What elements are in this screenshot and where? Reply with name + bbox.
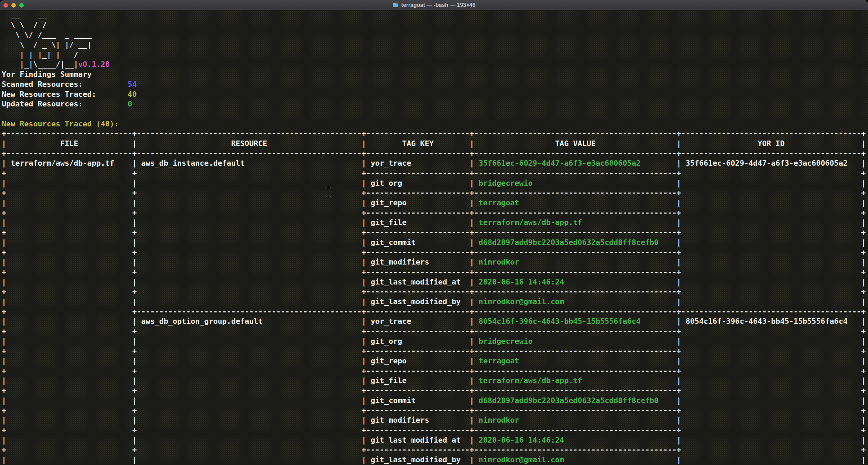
table-header-cell: TAG VALUE xyxy=(474,139,677,148)
table-border: | xyxy=(132,297,137,306)
table-border: | xyxy=(470,416,474,424)
table-border: | xyxy=(362,376,366,385)
table-divider: + + +-----------------------+-----------… xyxy=(2,327,866,335)
table-border: | xyxy=(2,198,6,207)
file-cell xyxy=(6,238,132,247)
table-border: | xyxy=(677,258,681,266)
table-border: | xyxy=(362,238,366,247)
table-divider: + + +-----------------------+-----------… xyxy=(2,287,866,296)
yor-id-cell: 35f661ec-6029-4d47-a6f3-e3ac600605a2 xyxy=(681,159,861,167)
table-border: | xyxy=(470,376,474,385)
tag-key-cell: git_modifiers xyxy=(366,416,470,424)
terminal-window: terragoat — -bash — 193×46 __ __ \ \ / /… xyxy=(0,0,868,465)
table-divider: + + +-----------------------+-----------… xyxy=(2,248,866,257)
table-border: | xyxy=(362,198,366,207)
terminal-line-36: + + +-----------------------+-----------… xyxy=(2,366,868,376)
terminal-output[interactable]: __ __ \ \ / / \ \/ /___ _ ____ \ / _ \| … xyxy=(0,10,868,465)
table-border: | xyxy=(861,297,866,306)
tag-key-cell: yor_trace xyxy=(366,317,470,326)
table-border: | xyxy=(861,278,866,286)
file-cell xyxy=(6,376,132,385)
close-button[interactable] xyxy=(3,3,8,8)
summary-label: Updated Resources: xyxy=(2,100,128,108)
table-border: | xyxy=(861,238,866,247)
resource-cell xyxy=(137,179,362,187)
window-title: terragoat — -bash — 193×46 xyxy=(392,2,476,8)
logo-text: \ \ / / xyxy=(2,21,47,29)
table-header-cell: TAG KEY xyxy=(366,139,470,148)
resource-cell xyxy=(137,278,362,286)
table-border: | xyxy=(132,455,137,464)
terminal-line-3: \ / _ \| |/ __| xyxy=(2,40,868,50)
table-border: | xyxy=(677,297,681,306)
table-divider: + + +-----------------------+-----------… xyxy=(2,445,866,454)
table-divider: + + +-----------------------+-----------… xyxy=(2,426,866,434)
table-border: | xyxy=(2,416,6,424)
terminal-line-38: + + +-----------------------+-----------… xyxy=(2,386,868,396)
file-cell xyxy=(6,396,132,405)
terminal-line-31: | | aws_db_option_group.default | yor_tr… xyxy=(2,317,868,327)
tag-value-cell: nimrodkor xyxy=(474,416,677,424)
yor-id-cell xyxy=(681,396,861,405)
tag-value-cell: d68d2897add9bc2203a5ed0632a5cdd8ff8cefb0 xyxy=(474,238,677,247)
file-cell xyxy=(6,258,132,266)
table-divider: + + +-----------------------+-----------… xyxy=(2,386,866,395)
table-border: | xyxy=(362,139,366,148)
terminal-line-43: | | | git_last_modified_at | 2020-06-16 … xyxy=(2,435,868,445)
tag-key-cell: git_file xyxy=(366,218,470,227)
terminal-line-26: + + +-----------------------+-----------… xyxy=(2,267,868,277)
file-cell xyxy=(6,416,132,424)
table-border: | xyxy=(132,179,137,187)
terminal-line-16: + + +-----------------------+-----------… xyxy=(2,168,868,178)
table-border: | xyxy=(362,218,366,227)
file-cell xyxy=(6,198,132,207)
table-border: | xyxy=(2,159,6,167)
titlebar[interactable]: terragoat — -bash — 193×46 xyxy=(0,0,868,10)
tag-key-cell: git_last_modified_at xyxy=(366,278,470,286)
terminal-line-24: + + +-----------------------+-----------… xyxy=(2,248,868,258)
table-border: | xyxy=(861,218,866,227)
table-border: | xyxy=(470,238,474,247)
table-border: | xyxy=(2,139,6,148)
table-divider: + + +-----------------------+-----------… xyxy=(2,169,866,177)
terminal-line-40: + + +-----------------------+-----------… xyxy=(2,406,868,416)
terminal-line-29: | | | git_last_modified_by | nimrodkor@g… xyxy=(2,297,868,307)
table-divider: + + +-----------------------+-----------… xyxy=(2,268,866,276)
table-border: | xyxy=(2,396,6,405)
terminal-line-35: | | | git_repo | terragoat | | xyxy=(2,356,868,366)
table-border: | xyxy=(132,337,137,345)
tag-key-cell: git_repo xyxy=(366,198,470,207)
table-border: | xyxy=(470,278,474,286)
logo-text: | | |_| | / xyxy=(2,50,78,59)
file-cell: terraform/aws/db-app.tf xyxy=(6,159,132,167)
zoom-button[interactable] xyxy=(19,3,24,8)
terminal-line-22: + + +-----------------------+-----------… xyxy=(2,228,868,238)
logo-text: __ __ xyxy=(2,11,47,19)
table-border: | xyxy=(677,396,681,405)
file-cell xyxy=(6,317,132,326)
folder-icon xyxy=(392,3,399,8)
terminal-line-20: + + +-----------------------+-----------… xyxy=(2,208,868,218)
table-border: | xyxy=(362,436,366,444)
table-border: | xyxy=(677,356,681,365)
tag-key-cell: git_file xyxy=(366,376,470,385)
summary-title: Yor Findings Summary xyxy=(2,70,92,79)
terminal-line-23: | | | git_commit | d68d2897add9bc2203a5e… xyxy=(2,238,868,248)
terminal-line-30: + +-------------------------------------… xyxy=(2,307,868,317)
table-border: | xyxy=(677,436,681,444)
file-cell xyxy=(6,356,132,365)
table-divider: +----------------------------+----------… xyxy=(2,129,866,138)
yor-id-cell xyxy=(681,337,861,345)
terminal-line-37: | | | git_file | terraform/aws/db-app.tf… xyxy=(2,376,868,386)
minimize-button[interactable] xyxy=(11,3,16,8)
yor-id-cell xyxy=(681,258,861,266)
table-divider: + + +-----------------------+-----------… xyxy=(2,347,866,355)
table-border: | xyxy=(362,317,366,326)
terminal-line-7: Scanned Resources: 54 xyxy=(2,80,868,90)
tag-value-cell: 35f661ec-6029-4d47-a6f3-e3ac600605a2 xyxy=(474,159,677,167)
summary-value: 40 xyxy=(128,90,137,99)
terminal-line-0: __ __ xyxy=(2,10,868,20)
table-divider: + + +-----------------------+-----------… xyxy=(2,208,866,217)
resource-cell xyxy=(137,218,362,227)
resource-cell xyxy=(137,356,362,365)
